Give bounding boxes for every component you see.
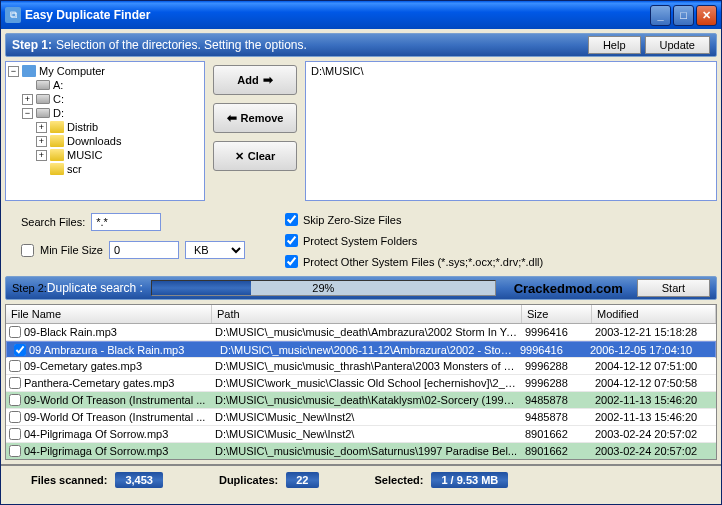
scanned-label: Files scanned: [31,474,107,486]
cell-size: 9996416 [517,343,587,357]
cell-path: D:\MUSIC\_music\music_death\Ambrazura\20… [212,325,522,339]
cell-filename: 09-Cemetary gates.mp3 [24,360,142,372]
clear-button[interactable]: ✕Clear [213,141,297,171]
tree-folder[interactable]: Downloads [67,135,121,147]
titlebar: ⧉ Easy Duplicate Finder _ □ ✕ [1,1,721,29]
cell-path: D:\MUSIC\work_music\Classic Old School [… [212,376,522,390]
tree-folder[interactable]: Distrib [67,121,98,133]
tree-drive-c[interactable]: C: [53,93,64,105]
cell-path: D:\MUSIC\Music_New\Inst2\ [212,427,522,441]
table-row[interactable]: 04-Pilgrimaga Of Sorrow.mp3D:\MUSIC\_mus… [6,443,716,459]
min-file-size-label: Min File Size [40,244,103,256]
progress-bar: 29% [151,280,496,296]
table-row[interactable]: 09-Black Rain.mp3D:\MUSIC\_music\music_d… [6,324,716,341]
x-icon: ✕ [235,150,244,163]
maximize-button[interactable]: □ [673,5,694,26]
col-size[interactable]: Size [522,305,592,323]
table-row[interactable]: 09-Cemetary gates.mp3D:\MUSIC\_music\mus… [6,358,716,375]
selected-value: 1 / 9.53 MB [431,472,508,488]
cell-size: 8901662 [522,427,592,441]
arrow-left-icon: ⬅ [227,111,237,125]
selected-paths[interactable]: D:\MUSIC\ [305,61,717,201]
arrow-right-icon: ➡ [263,73,273,87]
folder-icon [50,163,64,175]
cell-filename: 04-Pilgrimaga Of Sorrow.mp3 [24,445,168,457]
row-checkbox[interactable] [9,411,21,423]
skip-zero-checkbox[interactable] [285,213,298,226]
col-path[interactable]: Path [212,305,522,323]
row-checkbox[interactable] [9,377,21,389]
search-files-input[interactable] [91,213,161,231]
search-files-label: Search Files: [21,216,85,228]
drive-icon [36,80,50,90]
row-checkbox[interactable] [9,360,21,372]
cell-size: 9996288 [522,359,592,373]
row-checkbox[interactable] [14,344,26,356]
table-row[interactable]: Panthera-Cemetary gates.mp3D:\MUSIC\work… [6,375,716,392]
folder-icon [50,121,64,133]
tree-folder[interactable]: MUSIC [67,149,102,161]
directory-tree[interactable]: −My Computer A: +C: −D: +Distrib +Downlo… [5,61,205,201]
cell-filename: 09 Ambrazura - Black Rain.mp3 [29,344,184,356]
tree-toggle[interactable]: + [36,136,47,147]
cell-size: 9485878 [522,410,592,424]
help-button[interactable]: Help [588,36,641,54]
add-button[interactable]: Add➡ [213,65,297,95]
tree-drive-d[interactable]: D: [53,107,64,119]
tree-toggle[interactable]: − [22,108,33,119]
tree-toggle[interactable]: + [36,150,47,161]
row-checkbox[interactable] [9,428,21,440]
cell-path: D:\MUSIC\_music\music_doom\Saturnus\1997… [212,444,522,458]
watermark-text: Crackedmod.com [514,281,623,296]
drive-icon [36,94,50,104]
cell-size: 8901662 [522,444,592,458]
protect-system-checkbox[interactable] [285,234,298,247]
table-header: File Name Path Size Modified [6,305,716,324]
row-checkbox[interactable] [9,394,21,406]
computer-icon [22,65,36,77]
remove-button[interactable]: ⬅Remove [213,103,297,133]
update-button[interactable]: Update [645,36,710,54]
cell-modified: 2002-11-13 15:46:20 [592,410,716,424]
step2-label: Step 2: [12,282,47,294]
app-icon: ⧉ [5,7,21,23]
folder-icon [50,135,64,147]
size-unit-select[interactable]: KB [185,241,245,259]
table-row[interactable]: 09-World Of Treason (Instrumental ...D:\… [6,409,716,426]
tree-toggle[interactable]: + [22,94,33,105]
results-table: File Name Path Size Modified 09-Black Ra… [5,304,717,460]
protect-other-checkbox[interactable] [285,255,298,268]
step1-text: Selection of the directories. Setting th… [56,38,584,52]
step1-bar: Step 1: Selection of the directories. Se… [5,33,717,57]
tree-folder[interactable]: scr [67,163,82,175]
table-row[interactable]: 09 Ambrazura - Black Rain.mp3D:\MUSIC\_m… [6,341,716,358]
start-button[interactable]: Start [637,279,710,297]
cell-modified: 2003-02-24 20:57:02 [592,444,716,458]
tree-root[interactable]: My Computer [39,65,105,77]
min-file-size-checkbox[interactable] [21,244,34,257]
duplicates-label: Duplicates: [219,474,278,486]
table-row[interactable]: 09-World Of Treason (Instrumental ...D:\… [6,392,716,409]
cell-size: 9485878 [522,393,592,407]
tree-toggle[interactable]: − [8,66,19,77]
drive-icon [36,108,50,118]
col-filename[interactable]: File Name [6,305,212,323]
table-row[interactable]: 04-Pilgrimaga Of Sorrow.mp3D:\MUSIC\Musi… [6,426,716,443]
cell-path: D:\MUSIC\_music\new\2006-11-12\Ambrazura… [217,343,517,357]
cell-modified: 2004-12-12 07:51:00 [592,359,716,373]
path-entry[interactable]: D:\MUSIC\ [311,65,364,77]
min-file-size-input[interactable] [109,241,179,259]
cell-filename: Panthera-Cemetary gates.mp3 [24,377,174,389]
protect-other-label: Protect Other System Files (*.sys;*.ocx;… [303,256,543,268]
row-checkbox[interactable] [9,326,21,338]
col-modified[interactable]: Modified [592,305,716,323]
step2-bar: Step 2: Duplicate search : 29% Crackedmo… [5,276,717,300]
minimize-button[interactable]: _ [650,5,671,26]
tree-drive-a[interactable]: A: [53,79,63,91]
tree-toggle[interactable]: + [36,122,47,133]
cell-filename: 09-World Of Treason (Instrumental ... [24,394,205,406]
row-checkbox[interactable] [9,445,21,457]
selected-label: Selected: [375,474,424,486]
close-button[interactable]: ✕ [696,5,717,26]
cell-filename: 04-Pilgrimaga Of Sorrow.mp3 [24,428,168,440]
